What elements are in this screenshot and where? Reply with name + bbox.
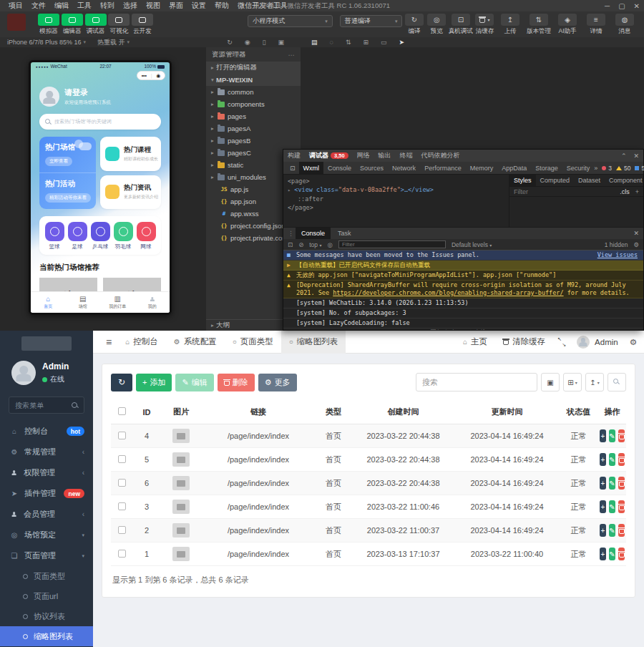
sidebar-sub-page-url[interactable]: 页面url	[0, 586, 93, 606]
card-view-button[interactable]: ▣	[541, 373, 560, 391]
col-status[interactable]: 状态值	[559, 400, 598, 424]
open-editors-section[interactable]: ▸ 打开的编辑器	[206, 62, 301, 74]
table-row[interactable]: 6 /page/index/index 首页 2023-03-22 20:44:…	[111, 472, 626, 495]
refresh-button[interactable]: ↻	[111, 374, 132, 391]
tab-network[interactable]: 网络	[357, 151, 370, 160]
tab-build[interactable]: 构建	[288, 151, 301, 160]
clear-console-icon[interactable]: ⊘	[298, 241, 303, 248]
row-delete-button[interactable]	[618, 548, 625, 560]
col-id[interactable]: ID	[132, 400, 161, 424]
row-add-button[interactable]: +	[600, 524, 606, 537]
topbar-tab-thumbnail-list[interactable]: ○缩略图列表	[281, 331, 346, 354]
details-button[interactable]: ≡ 详情	[582, 14, 610, 36]
tree-folder-pagesA[interactable]: ▸pagesA	[206, 122, 301, 135]
close-icon[interactable]: ✕	[634, 2, 640, 10]
row-edit-button[interactable]: ✎	[609, 524, 615, 537]
col-image[interactable]: 图片	[161, 400, 201, 424]
multi-window-icon[interactable]: ▣	[278, 39, 284, 46]
row-add-button[interactable]: +	[600, 477, 606, 490]
tab-debugger[interactable]: 调试器3,50	[309, 151, 348, 160]
more-tabs-icon[interactable]: »	[594, 165, 597, 172]
select-all-checkbox[interactable]	[118, 407, 126, 415]
sidebar-sub-page-type[interactable]: 页面类型	[0, 566, 93, 586]
login-banner[interactable]: 请登录 欢迎使用场馆预订系统	[31, 80, 170, 107]
tab-terminal[interactable]: 终端	[400, 151, 413, 160]
topbar-tab-dashboard[interactable]: ⌂控制台	[117, 331, 166, 354]
columns-button[interactable]: ⊞▾	[563, 373, 582, 391]
view-issues-link[interactable]: View issues	[597, 251, 638, 259]
simulator-toggle[interactable]: 模拟器	[38, 14, 60, 36]
log-levels-select[interactable]: Default levels ▾	[452, 241, 492, 248]
tab-venues[interactable]: ▤ 场馆	[66, 292, 101, 313]
debugger-toggle[interactable]: 调试器	[84, 14, 107, 36]
sidebar-item-dashboard[interactable]: ⌂ 控制台 hot	[0, 421, 93, 442]
sidebar-search-input[interactable]	[15, 402, 67, 409]
tree-folder-pagesB[interactable]: ▸pagesB	[206, 135, 301, 147]
row-edit-button[interactable]: ✎	[609, 429, 615, 442]
visualization-toggle[interactable]: 可视化	[108, 14, 130, 36]
styles-filter-input[interactable]: Filter	[514, 188, 528, 195]
mode-select[interactable]: 小程序模式 ▾	[248, 15, 332, 27]
console-messages[interactable]: ■ Some messages have been moved to the I…	[283, 250, 643, 330]
category-basketball[interactable]: 篮球	[45, 222, 64, 250]
clear-cache-link[interactable]: 清除缓存	[500, 331, 548, 354]
menu-wechat-devtools[interactable]: 微信开发者工具	[233, 1, 292, 11]
tree-folder-components[interactable]: ▸components	[206, 98, 301, 110]
devtab-storage[interactable]: Storage	[531, 162, 562, 174]
device-frame-icon[interactable]: ▯	[263, 39, 266, 46]
row-delete-button[interactable]	[618, 500, 625, 513]
inspect-element-icon[interactable]: ⊡	[286, 165, 299, 172]
hot-activity-section[interactable]: 热门活动 精彩活动等你来看	[39, 172, 96, 209]
menu-file[interactable]: 文件	[27, 1, 50, 11]
styles-tab[interactable]: Styles	[509, 175, 536, 186]
menu-edit[interactable]: 编辑	[50, 1, 73, 11]
tab-home[interactable]: ⌂ 首页	[31, 292, 66, 313]
console-tab[interactable]: Console	[296, 228, 331, 239]
row-add-button[interactable]: +	[600, 500, 606, 513]
avatar[interactable]	[11, 361, 36, 385]
row-add-button[interactable]: +	[600, 453, 606, 466]
computed-tab[interactable]: Computed	[536, 175, 575, 186]
topbar-tab-page-type[interactable]: ○页面类型	[225, 331, 281, 354]
edit-button[interactable]: ✎编辑	[175, 374, 213, 391]
project-avatar[interactable]	[6, 14, 28, 31]
collapse-icon[interactable]: ⌃	[621, 152, 627, 160]
menu-settings[interactable]: 设置	[187, 1, 210, 11]
console-filter-input[interactable]	[338, 240, 446, 248]
category-football[interactable]: 足球	[68, 222, 87, 250]
context-select[interactable]: top ▾	[309, 241, 321, 248]
table-search-button[interactable]	[608, 373, 626, 391]
menu-tools[interactable]: 工具	[73, 1, 96, 11]
messages-button[interactable]: ◍ 消息	[611, 14, 638, 36]
sidebar-search[interactable]	[9, 397, 84, 414]
close-icon[interactable]: ✕	[633, 152, 639, 160]
clear-cache-button[interactable]: ▾ 清缓存	[474, 14, 495, 36]
delete-button[interactable]: 删除	[218, 374, 255, 391]
devtab-network[interactable]: Network	[388, 162, 420, 174]
row-edit-button[interactable]: ✎	[609, 500, 615, 513]
wxml-tree[interactable]: <page> ▸ <view class="data-v-08aa2ffe">……	[283, 175, 509, 227]
row-checkbox[interactable]	[118, 432, 126, 439]
fullscreen-icon[interactable]	[558, 339, 565, 346]
rotate-icon[interactable]: ↻	[227, 39, 233, 46]
tab-output[interactable]: 输出	[379, 151, 391, 160]
table-search-input[interactable]	[416, 373, 537, 391]
col-updated[interactable]: 更新时间	[455, 400, 559, 424]
layout-icon[interactable]: ▭	[381, 39, 387, 46]
user-menu[interactable]: Admin	[575, 331, 620, 354]
category-pingpong[interactable]: 乒乓球	[91, 222, 110, 250]
drag-handle-icon[interactable]: ⋮	[288, 230, 294, 237]
maximize-icon[interactable]: ▢	[618, 2, 625, 10]
devtab-sources[interactable]: Sources	[356, 162, 388, 174]
row-checkbox[interactable]	[118, 479, 126, 487]
sidebar-sub-protocol-list[interactable]: 协议列表	[0, 606, 93, 626]
deprecation-link[interactable]: https://developer.chrome.com/blog/enabli…	[333, 289, 563, 296]
device-select[interactable]: iPhone 6/7/8 Plus 85% 16▾	[7, 39, 86, 46]
row-add-button[interactable]: +	[600, 429, 606, 442]
cloud-dev-toggle[interactable]: 云开发	[132, 14, 154, 36]
version-manage-button[interactable]: ⇅ 版本管理	[525, 14, 552, 36]
settings-gear-icon[interactable]: ⚙	[630, 337, 637, 347]
compile-button[interactable]: ↻ 编译	[404, 14, 424, 36]
ai-assistant-button[interactable]: ◈ AI助手	[554, 14, 581, 36]
sidebar-item-members[interactable]: 会员管理 ‹	[0, 504, 93, 525]
